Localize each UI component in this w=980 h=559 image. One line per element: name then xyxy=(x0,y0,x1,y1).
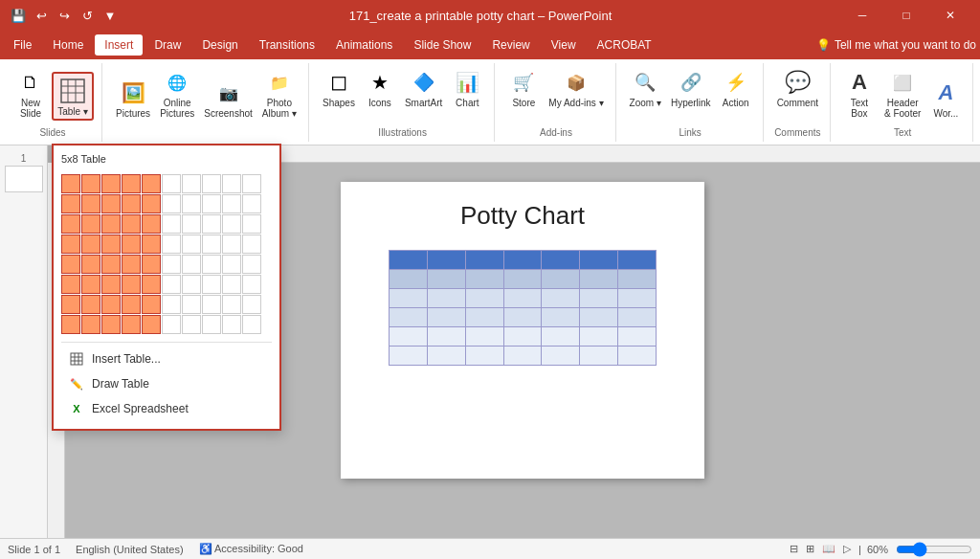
zoom-button[interactable]: 🔍 Zoom ▾ xyxy=(626,65,665,110)
grid-cell[interactable] xyxy=(162,295,181,314)
maximize-button[interactable]: □ xyxy=(884,0,928,31)
pictures-button[interactable]: 🖼️ Pictures xyxy=(112,76,154,121)
menu-animations[interactable]: Animations xyxy=(326,34,402,56)
grid-cell[interactable] xyxy=(142,194,161,213)
draw-table-item[interactable]: ✏️ Draw Table xyxy=(61,371,272,396)
grid-cell[interactable] xyxy=(202,214,221,234)
grid-cell[interactable] xyxy=(202,275,221,294)
comment-button[interactable]: 💬 Comment xyxy=(773,65,822,110)
grid-cell[interactable] xyxy=(242,214,261,234)
grid-cell[interactable] xyxy=(182,255,201,274)
menu-review[interactable]: Review xyxy=(482,34,539,56)
grid-cell[interactable] xyxy=(202,235,221,254)
grid-cell[interactable] xyxy=(222,214,241,234)
grid-cell[interactable] xyxy=(101,174,121,193)
grid-cell[interactable] xyxy=(122,275,141,294)
grid-cell[interactable] xyxy=(61,275,80,294)
new-slide-button[interactable]: 🗋 NewSlide xyxy=(11,65,50,121)
grid-cell[interactable] xyxy=(202,174,221,193)
grid-cell[interactable] xyxy=(222,255,241,274)
grid-cell[interactable] xyxy=(222,315,241,334)
wordart-button[interactable]: A Wor... xyxy=(926,76,965,121)
grid-cell[interactable] xyxy=(122,235,141,254)
grid-cell[interactable] xyxy=(101,315,121,334)
grid-cell[interactable] xyxy=(202,194,221,213)
grid-cell[interactable] xyxy=(162,235,181,254)
grid-cell[interactable] xyxy=(242,275,261,294)
menu-file[interactable]: File xyxy=(4,34,41,56)
customize-qat-button[interactable]: ▼ xyxy=(100,5,121,26)
grid-cell[interactable] xyxy=(81,275,100,294)
menu-acrobat[interactable]: ACROBAT xyxy=(588,34,661,56)
grid-cell[interactable] xyxy=(142,315,161,334)
grid-cell[interactable] xyxy=(81,235,100,254)
excel-spreadsheet-item[interactable]: X Excel Spreadsheet xyxy=(61,396,272,421)
grid-cell[interactable] xyxy=(222,194,241,213)
menu-transitions[interactable]: Transitions xyxy=(250,34,324,56)
grid-cell[interactable] xyxy=(162,275,181,294)
grid-cell[interactable] xyxy=(122,255,141,274)
grid-cell[interactable] xyxy=(242,235,261,254)
grid-cell[interactable] xyxy=(182,214,201,234)
grid-cell[interactable] xyxy=(81,295,100,314)
undo-button[interactable]: ↩ xyxy=(31,5,52,26)
grid-cell[interactable] xyxy=(81,315,100,334)
grid-cell[interactable] xyxy=(202,295,221,314)
menu-slideshow[interactable]: Slide Show xyxy=(404,34,480,56)
table-button[interactable]: Table ▾ xyxy=(52,72,94,121)
text-box-button[interactable]: A TextBox xyxy=(840,65,879,121)
grid-cell[interactable] xyxy=(182,295,201,314)
menu-home[interactable]: Home xyxy=(43,34,93,56)
grid-cell[interactable] xyxy=(142,255,161,274)
slide-thumbnail[interactable] xyxy=(5,166,43,192)
header-footer-button[interactable]: ⬜ Header& Footer xyxy=(880,65,924,121)
grid-cell[interactable] xyxy=(162,214,181,234)
grid-cell[interactable] xyxy=(202,315,221,334)
grid-cell[interactable] xyxy=(142,235,161,254)
grid-cell[interactable] xyxy=(61,214,80,234)
grid-cell[interactable] xyxy=(162,315,181,334)
menu-insert[interactable]: Insert xyxy=(95,34,143,56)
grid-cell[interactable] xyxy=(242,174,261,193)
grid-cell[interactable] xyxy=(222,295,241,314)
menu-draw[interactable]: Draw xyxy=(145,34,190,56)
action-button[interactable]: ⚡ Action xyxy=(717,65,755,110)
save-button[interactable]: 💾 xyxy=(8,5,29,26)
smartart-button[interactable]: 🔷 SmartArt xyxy=(401,65,446,110)
grid-cell[interactable] xyxy=(122,194,141,213)
grid-cell[interactable] xyxy=(142,214,161,234)
online-pictures-button[interactable]: 🌐 OnlinePictures xyxy=(156,65,198,121)
grid-cell[interactable] xyxy=(182,235,201,254)
grid-cell[interactable] xyxy=(222,174,241,193)
redo-button[interactable]: ↪ xyxy=(54,5,75,26)
screenshot-button[interactable]: 📷 Screenshot xyxy=(200,76,256,121)
menu-search-area[interactable]: 💡 Tell me what you want to do xyxy=(816,38,976,52)
grid-cell[interactable] xyxy=(162,194,181,213)
insert-table-item[interactable]: Insert Table... xyxy=(61,347,272,371)
grid-cell[interactable] xyxy=(61,235,80,254)
grid-cell[interactable] xyxy=(222,235,241,254)
grid-cell[interactable] xyxy=(242,194,261,213)
grid-cell[interactable] xyxy=(81,255,100,274)
menu-design[interactable]: Design xyxy=(192,34,247,56)
grid-cell[interactable] xyxy=(242,255,261,274)
grid-cell[interactable] xyxy=(182,275,201,294)
view-sorter-btn[interactable]: ⊞ xyxy=(806,543,814,555)
grid-cell[interactable] xyxy=(61,255,80,274)
menu-view[interactable]: View xyxy=(542,34,586,56)
grid-cell[interactable] xyxy=(202,255,221,274)
grid-cell[interactable] xyxy=(61,295,80,314)
grid-cell[interactable] xyxy=(182,315,201,334)
grid-cell[interactable] xyxy=(122,295,141,314)
shapes-button[interactable]: ◻ Shapes xyxy=(319,65,359,110)
grid-cell[interactable] xyxy=(81,174,100,193)
grid-cell[interactable] xyxy=(182,174,201,193)
grid-cell[interactable] xyxy=(122,214,141,234)
grid-cell[interactable] xyxy=(101,235,121,254)
grid-cell[interactable] xyxy=(81,214,100,234)
view-slideshow-btn[interactable]: ▷ xyxy=(843,543,851,555)
my-addins-button[interactable]: 📦 My Add-ins ▾ xyxy=(545,65,607,110)
grid-cell[interactable] xyxy=(101,194,121,213)
grid-cell[interactable] xyxy=(142,275,161,294)
grid-cell[interactable] xyxy=(242,295,261,314)
